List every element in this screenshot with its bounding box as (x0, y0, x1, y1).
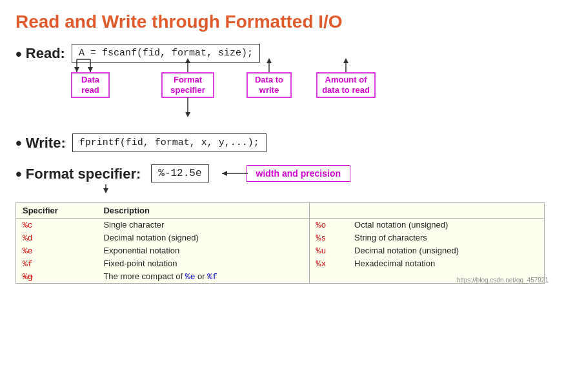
spec-desc-e: Exponential notation (97, 244, 309, 257)
read-label: Read: (26, 44, 65, 62)
col-header-specifier: Specifier (16, 203, 97, 219)
read-annotations-svg: Data read Format specifier Data to (72, 44, 510, 128)
col-header-specifier2 (309, 203, 348, 219)
spec-desc-x: Hexadecimal notation (348, 257, 544, 270)
spec-code-x: %x (316, 259, 327, 269)
spec-code-d: %d (23, 233, 33, 243)
write-label: Write: (26, 133, 66, 152)
format-down-arrow (99, 184, 112, 193)
spec-desc-s: String of characters (348, 231, 544, 244)
svg-text:Amount of: Amount of (325, 75, 367, 84)
read-section: • Read: A = fscanf(fid, format, size); D… (15, 44, 549, 63)
write-code: fprintf(fid, format, x, y,...); (72, 133, 267, 152)
format-specifier-section: • Format specifier: %-12.5e width and pr… (15, 164, 549, 196)
svg-text:write: write (259, 85, 279, 95)
bullet-dot-write: • (15, 133, 22, 152)
spec-desc-d: Decimal notation (signed) (97, 231, 309, 244)
spec-desc-c: Single character (97, 219, 309, 232)
svg-text:specifier: specifier (170, 85, 205, 95)
format-specifier-label: Format specifier: (26, 164, 141, 182)
spec-desc-g: The more compact of %e or %f (97, 270, 309, 284)
table-row: %c Single character %o Octal notation (u… (16, 219, 545, 232)
bullet-dot-format: • (15, 164, 22, 183)
svg-marker-22 (343, 58, 348, 63)
svg-marker-26 (222, 171, 227, 176)
svg-text:Format: Format (174, 75, 203, 84)
spec-code-o: %o (316, 220, 327, 230)
spec-desc-f: Fixed-point notation (97, 257, 309, 270)
spec-code-f: %f (23, 259, 33, 269)
format-specifier-code: %-12.5e (151, 164, 208, 182)
svg-text:data to read: data to read (322, 85, 370, 95)
svg-text:read: read (81, 85, 99, 95)
spec-code-u: %u (316, 246, 327, 256)
width-precision-arrow (219, 167, 248, 180)
spec-desc-o: Octal notation (unsigned) (348, 219, 544, 232)
watermark: https://blog.csdn.net/qq_457921 (457, 277, 549, 284)
svg-marker-4 (74, 67, 79, 72)
col-header-description: Description (97, 203, 309, 219)
specifier-table-container: Specifier Description %c Single characte… (15, 202, 549, 284)
spec-code-e: %e (23, 246, 33, 256)
svg-marker-28 (103, 188, 108, 193)
page-title: Read and Write through Formatted I/O (15, 12, 549, 32)
svg-text:Data: Data (81, 75, 100, 84)
spec-code-g: %g (23, 272, 33, 282)
col-header-description2 (348, 203, 544, 219)
write-section: • Write: fprintf(fid, format, x, y,...); (15, 133, 549, 152)
table-row: %e Exponential notation %u Decimal notat… (16, 244, 545, 257)
svg-marker-7 (88, 67, 93, 72)
bullet-dot-read: • (15, 44, 22, 63)
svg-marker-17 (267, 58, 272, 63)
svg-text:Data to: Data to (255, 75, 283, 84)
width-precision-box: width and precision (247, 165, 350, 182)
specifier-table: Specifier Description %c Single characte… (15, 202, 545, 284)
table-row: %d Decimal notation (signed) %s String o… (16, 231, 545, 244)
spec-desc-u: Decimal notation (unsigned) (348, 244, 544, 257)
svg-marker-24 (185, 112, 190, 117)
svg-marker-12 (185, 58, 190, 63)
spec-code-c: %c (23, 220, 33, 230)
table-row: %f Fixed-point notation %x Hexadecimal n… (16, 257, 545, 270)
spec-code-s: %s (316, 233, 327, 243)
